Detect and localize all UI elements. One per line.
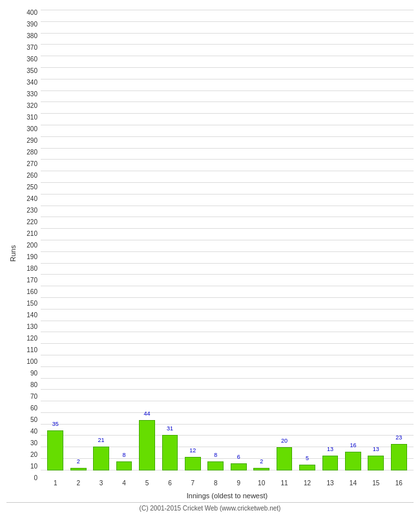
x-tick-label: 1 — [44, 480, 67, 487]
y-tick: 110 — [26, 347, 37, 353]
bar-group: 8 — [112, 10, 135, 470]
bar-value-label: 2 — [260, 458, 263, 465]
y-tick: 390 — [26, 21, 37, 28]
bar-value-label: 6 — [237, 454, 240, 460]
bar-value-label: 21 — [98, 437, 105, 443]
chart-container: Runs 40039038037036035034033032031030029… — [0, 0, 420, 517]
y-tick: 270 — [26, 161, 37, 167]
plot-area: 35221844311286220513161323 1234567891011… — [41, 6, 414, 501]
y-tick: 280 — [26, 149, 37, 156]
y-tick: 320 — [26, 103, 37, 109]
bar-group: 21 — [90, 10, 112, 470]
y-tick: 310 — [26, 114, 37, 121]
bar-value-label: 31 — [167, 425, 173, 432]
bar: 35 — [47, 430, 63, 470]
bar-value-label: 2 — [77, 458, 80, 465]
y-tick: 0 — [34, 475, 37, 481]
bar-group: 12 — [182, 10, 204, 470]
bar-group: 8 — [204, 10, 227, 470]
y-tick: 220 — [26, 219, 37, 226]
bar-value-label: 13 — [373, 446, 379, 452]
bar-value-label: 44 — [143, 410, 150, 417]
x-tick-label: 16 — [388, 480, 410, 487]
footer: (C) 2001-2015 Cricket Web (www.cricketwe… — [6, 502, 414, 514]
bar: 6 — [231, 463, 247, 470]
bar-group: 20 — [273, 10, 295, 470]
y-axis-label: Runs — [6, 6, 18, 501]
y-tick: 350 — [26, 68, 37, 74]
bar-value-label: 13 — [327, 446, 333, 452]
x-tick-label: 11 — [273, 480, 295, 487]
bar: 16 — [345, 452, 361, 470]
y-tick: 260 — [26, 173, 37, 179]
x-tick-label: 2 — [67, 480, 89, 487]
y-tick: 340 — [26, 79, 37, 86]
bar-value-label: 16 — [350, 442, 356, 448]
y-tick: 380 — [26, 33, 37, 39]
y-axis: 4003903803703603503403303203103002902802… — [18, 6, 41, 501]
bar: 8 — [207, 461, 224, 470]
y-tick: 40 — [30, 428, 37, 435]
bar: 13 — [368, 456, 384, 470]
y-tick: 240 — [26, 196, 37, 202]
x-tick-label: 9 — [227, 480, 250, 487]
bar-value-label: 5 — [306, 455, 309, 461]
x-tick-label: 15 — [364, 480, 387, 487]
y-tick: 370 — [26, 45, 37, 51]
y-tick: 20 — [30, 452, 37, 458]
x-tick-label: 8 — [204, 480, 227, 487]
y-tick: 90 — [30, 370, 37, 377]
bar: 5 — [299, 465, 315, 470]
y-tick: 130 — [26, 324, 37, 330]
y-tick: 140 — [26, 312, 37, 319]
bar-group: 23 — [388, 10, 410, 470]
y-tick: 210 — [26, 231, 37, 237]
y-tick: 70 — [30, 394, 37, 400]
bar-value-label: 8 — [123, 452, 126, 458]
bar: 44 — [139, 420, 155, 470]
bar-value-label: 23 — [395, 434, 402, 441]
bar-group: 16 — [342, 10, 364, 470]
y-tick: 10 — [30, 463, 37, 470]
bar: 12 — [185, 457, 201, 470]
y-tick: 290 — [26, 138, 37, 144]
y-tick: 400 — [26, 10, 37, 16]
bar: 21 — [93, 447, 109, 470]
y-tick: 120 — [26, 335, 37, 342]
y-tick: 30 — [30, 440, 37, 447]
y-tick: 250 — [26, 184, 37, 191]
bar-group: 35 — [44, 10, 67, 470]
x-tick-label: 10 — [250, 480, 273, 487]
bar-value-label: 12 — [189, 447, 196, 454]
y-tick: 170 — [26, 277, 37, 284]
bar-group: 2 — [250, 10, 273, 470]
x-axis-label: Innings (oldest to newest) — [41, 490, 414, 501]
bar-value-label: 8 — [214, 452, 217, 458]
x-labels: 12345678910111213141516 — [41, 480, 414, 487]
y-tick: 360 — [26, 56, 37, 63]
bar-group: 13 — [319, 10, 341, 470]
grid-and-bars: 35221844311286220513161323 1234567891011… — [41, 6, 414, 490]
x-tick-label: 6 — [158, 480, 181, 487]
bar: 31 — [162, 435, 178, 470]
bar-value-label: 20 — [281, 438, 288, 444]
bar: 2 — [70, 468, 87, 470]
bar: 2 — [253, 468, 269, 470]
x-tick-label: 7 — [182, 480, 204, 487]
x-tick-label: 4 — [112, 480, 135, 487]
bar-group: 31 — [158, 10, 181, 470]
y-tick: 300 — [26, 126, 37, 132]
y-tick: 230 — [26, 207, 37, 214]
chart-area: Runs 40039038037036035034033032031030029… — [6, 6, 414, 501]
bar: 8 — [116, 461, 132, 470]
y-tick: 180 — [26, 266, 37, 272]
x-tick-label: 5 — [136, 480, 158, 487]
bar: 20 — [277, 447, 293, 470]
y-tick: 330 — [26, 91, 37, 98]
y-tick: 100 — [26, 359, 37, 365]
bar-group: 13 — [364, 10, 387, 470]
bar-group: 44 — [136, 10, 158, 470]
bars-row: 35221844311286220513161323 — [41, 10, 414, 470]
bar: 13 — [322, 456, 339, 470]
y-tick: 50 — [30, 417, 37, 423]
